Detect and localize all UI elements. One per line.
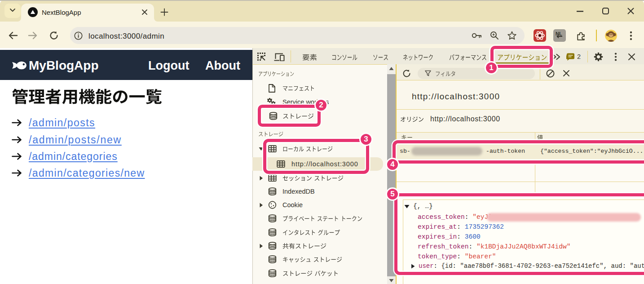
svg-text:NL: NL (556, 31, 562, 36)
